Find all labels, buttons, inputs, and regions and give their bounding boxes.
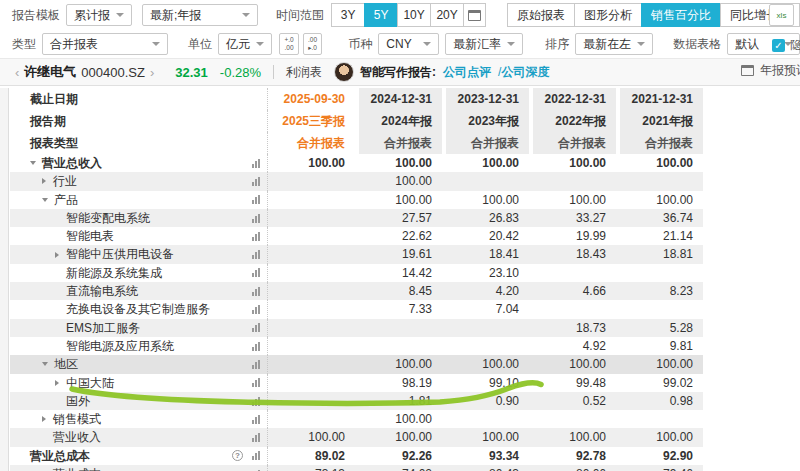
row-label-cell[interactable]: 直流输电系统 [10,282,268,300]
value-cell-col1 [268,209,355,227]
row-label-cell[interactable]: 智能电源及应用系统 [10,337,268,355]
chart-icon[interactable] [251,159,260,168]
increase-decimal-button[interactable]: +.0 .00 [279,33,299,55]
expand-arrow-icon[interactable] [42,416,46,422]
report-template-label: 报告模板 [12,7,60,24]
row-label-cell[interactable]: 营业收入 [10,428,268,446]
row-label-cell[interactable]: EMS加工服务 [10,319,268,337]
table-row[interactable]: 营业总收入100.00100.00100.00100.00100.00 [10,154,703,172]
row-label-cell[interactable]: 营业总收入 [10,154,268,172]
range-4-button[interactable]: 20Y [430,3,464,27]
chart-icon[interactable] [251,232,260,241]
table-row[interactable]: 智能中压供用电设备19.6118.4118.4318.81 [10,245,703,263]
exchange-rate-select[interactable]: 最新汇率 [445,33,523,55]
view-3-button[interactable]: 销售百分比 [641,3,721,27]
time-range-group: 3Y5Y10Y20Y [332,3,464,27]
row-label-cell[interactable]: 营业成本 [10,465,268,471]
table-row[interactable]: 直流输电系统8.454.204.668.23 [10,282,703,300]
row-label-cell[interactable]: 中国大陆 [10,374,268,392]
row-label-cell[interactable]: 智能中压供用电设备 [10,245,268,263]
chart-icon[interactable] [251,378,260,387]
row-label-cell[interactable]: 智能变配电系统 [10,209,268,227]
value-cell-col1: 100.00 [268,428,355,446]
row-label-cell[interactable]: 地区 [10,355,268,373]
value-cell-col3: 100.00 [442,428,529,446]
row-label-cell[interactable]: 销售模式 [10,410,268,428]
chart-icon[interactable] [251,397,260,406]
chart-icon[interactable] [251,195,260,204]
help-icon[interactable]: ? [232,450,243,461]
value-cell-col4: 92.78 [529,447,616,465]
chart-icon[interactable] [251,342,260,351]
unit-select[interactable]: 亿元 [218,33,272,55]
value-cell-col2: 98.19 [355,374,442,392]
row-label-cell[interactable]: 新能源及系统集成 [10,264,268,282]
sort-select[interactable]: 最新在左 [575,33,653,55]
table-row[interactable]: 产品100.00100.00100.00100.00 [10,191,703,209]
annual-report-schedule[interactable]: 年报预计披 [741,62,800,79]
view-1-button[interactable]: 原始报表 [507,3,575,27]
row-label-cell[interactable]: 行业 [10,172,268,190]
value-cell-col5: 18.81 [616,245,703,263]
decrease-decimal-button[interactable]: .00 ▸.0 [303,33,323,55]
chevron-down-icon [256,42,264,46]
table-row[interactable]: 营业成本73.1374.0280.4380.0679.46 [10,465,703,471]
collapse-arrow-icon[interactable] [42,198,48,202]
table-row[interactable]: 国外1.810.900.520.98 [10,392,703,410]
row-label-cell[interactable]: 国外 [10,392,268,410]
range-calendar-button[interactable] [463,3,486,27]
range-1-button[interactable]: 3Y [331,3,365,27]
chart-icon[interactable] [251,360,260,369]
table-row[interactable]: 新能源及系统集成14.4223.10 [10,264,703,282]
next-stock-icon[interactable]: › [150,65,154,80]
chart-icon[interactable] [251,214,260,223]
statement-type-select[interactable]: 合并报表 [42,33,168,55]
company-review-link[interactable]: 公司点评 [443,64,491,81]
collapse-arrow-icon[interactable] [30,161,36,165]
table-row[interactable]: 智能变配电系统27.5726.8333.2736.74 [10,209,703,227]
table-row[interactable]: 充换电设备及其它制造服务7.337.04 [10,300,703,318]
export-xls-button[interactable]: xls [769,4,794,26]
chart-icon[interactable] [251,451,260,460]
table-row[interactable]: 中国大陆98.1999.1099.4899.02 [10,374,703,392]
range-3-button[interactable]: 10Y [397,3,431,27]
table-row[interactable]: 营业总成本?89.0292.2693.3492.7892.90 [10,447,703,465]
hide-empty-toggle[interactable]: ✓ 隐 [772,37,800,54]
chart-icon[interactable] [251,287,260,296]
chart-icon[interactable] [251,305,260,314]
table-row[interactable]: 销售模式100.00 [10,410,703,428]
range-2-button[interactable]: 5Y [364,3,398,27]
table-row[interactable]: 行业100.00 [10,172,703,190]
table-row[interactable]: 营业收入100.00100.00100.00100.00100.00 [10,428,703,446]
chart-icon[interactable] [251,323,260,332]
row-label-cell[interactable]: 营业总成本? [10,447,268,465]
row-label-cell[interactable]: 充换电设备及其它制造服务 [10,300,268,318]
chart-icon[interactable] [251,177,260,186]
value-cell-col2: 100.00 [355,154,442,172]
currency-select[interactable]: CNY [378,33,439,55]
company-deep-link[interactable]: 公司深度 [501,64,549,81]
report-template-select[interactable]: 累计报 [66,4,132,26]
expand-arrow-icon[interactable] [55,380,59,386]
view-2-button[interactable]: 图形分析 [574,3,642,27]
collapse-arrow-icon[interactable] [42,362,48,366]
chart-icon[interactable] [251,415,260,424]
expand-arrow-icon[interactable] [42,178,46,184]
value-cell-col2: 100.00 [355,172,442,190]
report-period-select[interactable]: 最新;年报 [142,4,258,26]
prev-stock-icon[interactable]: ‹ [15,65,19,80]
row-label-cell[interactable]: 智能电表 [10,227,268,245]
expand-arrow-icon[interactable] [55,252,59,258]
financial-table: 截止日期2025-09-302024-12-312023-12-312022-1… [10,88,703,471]
table-row[interactable]: 地区100.00100.00100.00100.00 [10,355,703,373]
table-row[interactable]: 智能电表22.6220.4219.9921.14 [10,227,703,245]
chart-icon[interactable] [251,250,260,259]
toolbar-row-2: 类型 合并报表 单位 亿元 +.0 .00 .00 ▸.0 币种 CNY 最新汇… [0,30,800,58]
table-row[interactable]: EMS加工服务18.735.28 [10,319,703,337]
value-cell-col5 [616,410,703,428]
row-label-cell[interactable]: 产品 [10,191,268,209]
chart-icon[interactable] [251,433,260,442]
chart-icon[interactable] [251,268,260,277]
checkbox-checked-icon[interactable]: ✓ [772,39,785,52]
table-row[interactable]: 智能电源及应用系统4.929.81 [10,337,703,355]
